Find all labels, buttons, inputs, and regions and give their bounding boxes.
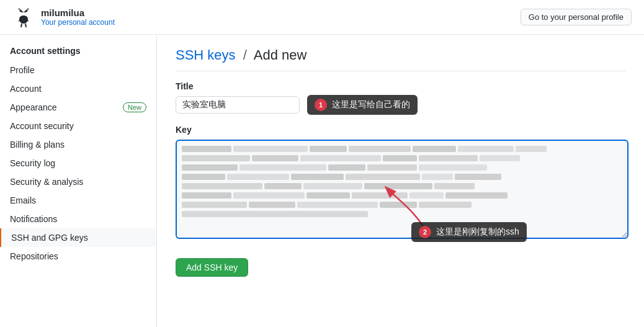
- sidebar-item-account[interactable]: Account: [0, 79, 156, 98]
- tooltip-2: 2 这里是刚刚复制的ssh: [411, 222, 527, 242]
- title-label: Title: [176, 81, 625, 91]
- body: Account settings Profile Account Appeara…: [0, 35, 644, 327]
- sidebar-item-security-analysis[interactable]: Security & analysis: [0, 172, 156, 191]
- breadcrumb-link[interactable]: SSH keys: [176, 47, 236, 63]
- logo-icon: [12, 6, 35, 29]
- tooltip-1: 1 这里是写给自己看的: [307, 95, 418, 115]
- main-content: SSH keys / Add new Title 1 这里是写给自己看的 Key: [157, 35, 644, 327]
- sidebar-item-notifications[interactable]: Notifications: [0, 210, 156, 228]
- badge-1: 1: [315, 99, 327, 111]
- go-to-profile-button[interactable]: Go to your personal profile: [521, 9, 632, 25]
- app-layout: milumilua Your personal account Go to yo…: [0, 0, 644, 327]
- sidebar: Account settings Profile Account Appeara…: [0, 35, 157, 327]
- account-subtitle: Your personal account: [41, 18, 115, 27]
- key-label: Key: [176, 125, 625, 135]
- title-input[interactable]: [176, 96, 300, 114]
- header: milumilua Your personal account Go to yo…: [0, 0, 644, 35]
- sidebar-item-ssh-gpg[interactable]: SSH and GPG keys: [0, 228, 156, 247]
- sidebar-item-account-security[interactable]: Account security: [0, 117, 156, 135]
- sidebar-item-repositories[interactable]: Repositories: [0, 247, 156, 266]
- add-ssh-key-button[interactable]: Add SSH key: [176, 258, 248, 277]
- title-row: 1 这里是写给自己看的: [176, 95, 625, 115]
- sidebar-item-security-log[interactable]: Security log: [0, 154, 156, 172]
- username: milumilua: [41, 7, 115, 18]
- badge-2: 2: [419, 226, 431, 238]
- sidebar-item-emails[interactable]: Emails: [0, 191, 156, 210]
- key-form-group: Key: [176, 125, 625, 241]
- header-left: milumilua Your personal account: [12, 6, 115, 29]
- tooltip-2-text: 这里是刚刚复制的ssh: [436, 226, 519, 238]
- user-info: milumilua Your personal account: [41, 7, 115, 27]
- breadcrumb-current: Add new: [254, 47, 307, 63]
- sidebar-item-billing[interactable]: Billing & plans: [0, 135, 156, 154]
- breadcrumb-sep: /: [243, 47, 247, 63]
- annotation-area: 2 这里是刚刚复制的ssh: [176, 140, 625, 241]
- title-form-group: Title 1 这里是写给自己看的: [176, 81, 625, 115]
- tooltip-1-text: 这里是写给自己看的: [332, 99, 410, 110]
- new-badge: New: [123, 102, 146, 112]
- sidebar-section-header: Account settings: [0, 41, 156, 61]
- sidebar-item-appearance[interactable]: Appearance New: [0, 98, 156, 117]
- sidebar-item-profile[interactable]: Profile: [0, 61, 156, 79]
- page-title: SSH keys / Add new: [176, 47, 625, 71]
